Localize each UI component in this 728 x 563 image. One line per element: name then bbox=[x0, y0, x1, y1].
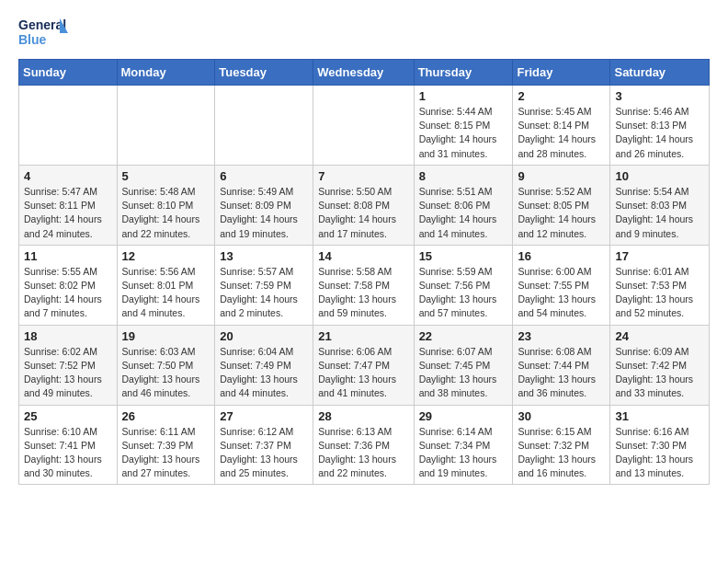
day-info: Sunrise: 6:02 AMSunset: 7:52 PMDaylight:… bbox=[24, 345, 112, 401]
day-number: 30 bbox=[518, 409, 605, 423]
calendar-cell: 26Sunrise: 6:11 AMSunset: 7:39 PMDayligh… bbox=[117, 405, 215, 485]
day-number: 25 bbox=[24, 409, 112, 423]
column-header-sunday: Sunday bbox=[19, 60, 118, 86]
calendar-cell: 21Sunrise: 6:06 AMSunset: 7:47 PMDayligh… bbox=[313, 325, 414, 405]
day-number: 6 bbox=[220, 169, 308, 183]
calendar-cell bbox=[313, 86, 414, 166]
day-number: 16 bbox=[518, 249, 605, 263]
calendar-cell: 5Sunrise: 5:48 AMSunset: 8:10 PMDaylight… bbox=[117, 165, 215, 245]
column-header-thursday: Thursday bbox=[414, 60, 513, 86]
day-info: Sunrise: 5:57 AMSunset: 7:59 PMDaylight:… bbox=[220, 265, 308, 321]
calendar-cell: 17Sunrise: 6:01 AMSunset: 7:53 PMDayligh… bbox=[610, 245, 710, 325]
day-number: 27 bbox=[220, 409, 308, 423]
calendar-cell: 8Sunrise: 5:51 AMSunset: 8:06 PMDaylight… bbox=[414, 165, 513, 245]
day-number: 14 bbox=[318, 249, 408, 263]
calendar-cell: 10Sunrise: 5:54 AMSunset: 8:03 PMDayligh… bbox=[610, 165, 710, 245]
day-number: 20 bbox=[220, 329, 308, 343]
day-info: Sunrise: 6:03 AMSunset: 7:50 PMDaylight:… bbox=[122, 345, 210, 401]
day-number: 7 bbox=[318, 169, 408, 183]
calendar-cell: 11Sunrise: 5:55 AMSunset: 8:02 PMDayligh… bbox=[19, 245, 118, 325]
day-number: 12 bbox=[122, 249, 210, 263]
calendar-cell: 19Sunrise: 6:03 AMSunset: 7:50 PMDayligh… bbox=[117, 325, 215, 405]
day-info: Sunrise: 5:47 AMSunset: 8:11 PMDaylight:… bbox=[24, 185, 112, 241]
day-info: Sunrise: 5:49 AMSunset: 8:09 PMDaylight:… bbox=[220, 185, 308, 241]
day-number: 18 bbox=[24, 329, 112, 343]
day-info: Sunrise: 5:45 AMSunset: 8:14 PMDaylight:… bbox=[518, 105, 605, 161]
calendar-cell: 30Sunrise: 6:15 AMSunset: 7:32 PMDayligh… bbox=[513, 405, 610, 485]
calendar-cell: 6Sunrise: 5:49 AMSunset: 8:09 PMDaylight… bbox=[215, 165, 313, 245]
logo-svg: GeneralBlue bbox=[18, 15, 69, 50]
calendar-cell: 7Sunrise: 5:50 AMSunset: 8:08 PMDaylight… bbox=[313, 165, 414, 245]
calendar-cell: 22Sunrise: 6:07 AMSunset: 7:45 PMDayligh… bbox=[414, 325, 513, 405]
calendar-cell: 12Sunrise: 5:56 AMSunset: 8:01 PMDayligh… bbox=[117, 245, 215, 325]
svg-text:General: General bbox=[18, 17, 66, 32]
day-info: Sunrise: 5:48 AMSunset: 8:10 PMDaylight:… bbox=[122, 185, 210, 241]
calendar-cell: 25Sunrise: 6:10 AMSunset: 7:41 PMDayligh… bbox=[19, 405, 118, 485]
day-number: 24 bbox=[615, 329, 704, 343]
calendar-cell: 31Sunrise: 6:16 AMSunset: 7:30 PMDayligh… bbox=[610, 405, 710, 485]
calendar-header-row: SundayMondayTuesdayWednesdayThursdayFrid… bbox=[19, 60, 710, 86]
calendar-week-row: 18Sunrise: 6:02 AMSunset: 7:52 PMDayligh… bbox=[19, 325, 710, 405]
calendar-cell bbox=[117, 86, 215, 166]
day-number: 2 bbox=[518, 89, 605, 103]
calendar-cell: 4Sunrise: 5:47 AMSunset: 8:11 PMDaylight… bbox=[19, 165, 118, 245]
day-info: Sunrise: 5:54 AMSunset: 8:03 PMDaylight:… bbox=[615, 185, 704, 241]
calendar-cell: 29Sunrise: 6:14 AMSunset: 7:34 PMDayligh… bbox=[414, 405, 513, 485]
calendar-cell: 9Sunrise: 5:52 AMSunset: 8:05 PMDaylight… bbox=[513, 165, 610, 245]
day-info: Sunrise: 5:56 AMSunset: 8:01 PMDaylight:… bbox=[122, 265, 210, 321]
day-number: 31 bbox=[615, 409, 704, 423]
day-info: Sunrise: 6:08 AMSunset: 7:44 PMDaylight:… bbox=[518, 345, 605, 401]
calendar-cell: 2Sunrise: 5:45 AMSunset: 8:14 PMDaylight… bbox=[513, 86, 610, 166]
day-number: 13 bbox=[220, 249, 308, 263]
calendar-cell: 15Sunrise: 5:59 AMSunset: 7:56 PMDayligh… bbox=[414, 245, 513, 325]
calendar-week-row: 4Sunrise: 5:47 AMSunset: 8:11 PMDaylight… bbox=[19, 165, 710, 245]
day-number: 11 bbox=[24, 249, 112, 263]
calendar-cell: 16Sunrise: 6:00 AMSunset: 7:55 PMDayligh… bbox=[513, 245, 610, 325]
day-number: 28 bbox=[318, 409, 408, 423]
calendar-cell: 20Sunrise: 6:04 AMSunset: 7:49 PMDayligh… bbox=[215, 325, 313, 405]
calendar-cell: 23Sunrise: 6:08 AMSunset: 7:44 PMDayligh… bbox=[513, 325, 610, 405]
calendar-cell bbox=[215, 86, 313, 166]
column-header-friday: Friday bbox=[513, 60, 610, 86]
day-info: Sunrise: 6:06 AMSunset: 7:47 PMDaylight:… bbox=[318, 345, 408, 401]
svg-text:Blue: Blue bbox=[18, 32, 47, 47]
column-header-wednesday: Wednesday bbox=[313, 60, 414, 86]
day-info: Sunrise: 6:04 AMSunset: 7:49 PMDaylight:… bbox=[220, 345, 308, 401]
day-number: 26 bbox=[122, 409, 210, 423]
day-number: 5 bbox=[122, 169, 210, 183]
calendar-cell: 3Sunrise: 5:46 AMSunset: 8:13 PMDaylight… bbox=[610, 86, 710, 166]
day-number: 19 bbox=[122, 329, 210, 343]
day-number: 8 bbox=[419, 169, 508, 183]
day-number: 4 bbox=[24, 169, 112, 183]
column-header-tuesday: Tuesday bbox=[215, 60, 313, 86]
logo: GeneralBlue bbox=[18, 15, 69, 50]
day-info: Sunrise: 5:52 AMSunset: 8:05 PMDaylight:… bbox=[518, 185, 605, 241]
day-info: Sunrise: 6:14 AMSunset: 7:34 PMDaylight:… bbox=[419, 425, 508, 481]
day-info: Sunrise: 6:00 AMSunset: 7:55 PMDaylight:… bbox=[518, 265, 605, 321]
calendar-cell: 18Sunrise: 6:02 AMSunset: 7:52 PMDayligh… bbox=[19, 325, 118, 405]
day-number: 29 bbox=[419, 409, 508, 423]
day-info: Sunrise: 5:55 AMSunset: 8:02 PMDaylight:… bbox=[24, 265, 112, 321]
day-number: 9 bbox=[518, 169, 605, 183]
calendar-cell: 28Sunrise: 6:13 AMSunset: 7:36 PMDayligh… bbox=[313, 405, 414, 485]
day-info: Sunrise: 5:46 AMSunset: 8:13 PMDaylight:… bbox=[615, 105, 704, 161]
day-info: Sunrise: 6:01 AMSunset: 7:53 PMDaylight:… bbox=[615, 265, 704, 321]
calendar-table: SundayMondayTuesdayWednesdayThursdayFrid… bbox=[18, 59, 710, 485]
calendar-cell: 27Sunrise: 6:12 AMSunset: 7:37 PMDayligh… bbox=[215, 405, 313, 485]
day-number: 23 bbox=[518, 329, 605, 343]
day-number: 15 bbox=[419, 249, 508, 263]
calendar-cell bbox=[19, 86, 118, 166]
day-info: Sunrise: 6:12 AMSunset: 7:37 PMDaylight:… bbox=[220, 425, 308, 481]
day-info: Sunrise: 5:44 AMSunset: 8:15 PMDaylight:… bbox=[419, 105, 508, 161]
day-info: Sunrise: 5:51 AMSunset: 8:06 PMDaylight:… bbox=[419, 185, 508, 241]
calendar-cell: 24Sunrise: 6:09 AMSunset: 7:42 PMDayligh… bbox=[610, 325, 710, 405]
day-info: Sunrise: 6:10 AMSunset: 7:41 PMDaylight:… bbox=[24, 425, 112, 481]
day-info: Sunrise: 5:59 AMSunset: 7:56 PMDaylight:… bbox=[419, 265, 508, 321]
day-info: Sunrise: 6:11 AMSunset: 7:39 PMDaylight:… bbox=[122, 425, 210, 481]
day-info: Sunrise: 6:16 AMSunset: 7:30 PMDaylight:… bbox=[615, 425, 704, 481]
page-header: GeneralBlue bbox=[18, 15, 710, 50]
day-info: Sunrise: 5:58 AMSunset: 7:58 PMDaylight:… bbox=[318, 265, 408, 321]
column-header-saturday: Saturday bbox=[610, 60, 710, 86]
calendar-cell: 13Sunrise: 5:57 AMSunset: 7:59 PMDayligh… bbox=[215, 245, 313, 325]
column-header-monday: Monday bbox=[117, 60, 215, 86]
